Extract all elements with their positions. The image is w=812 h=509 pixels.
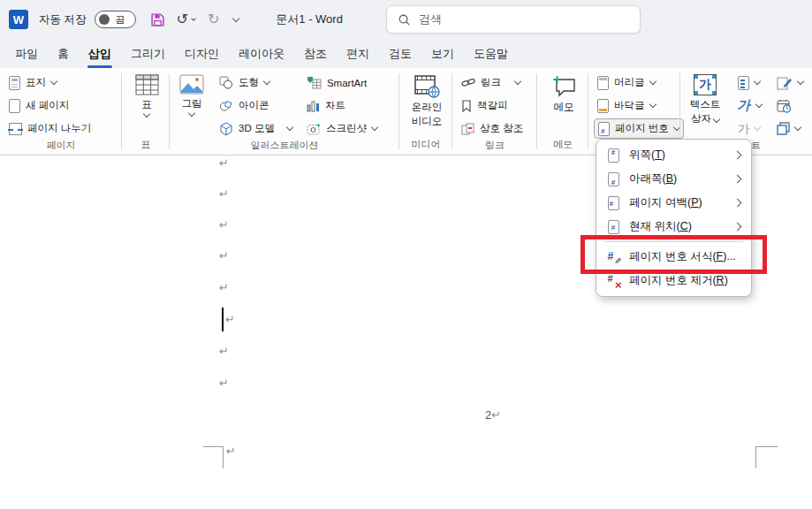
autosave-state: 끔 [115, 13, 125, 27]
group-pages: 표지 새 페이지 페이지 나누기 페이지 [0, 68, 122, 155]
chevron-down-icon [754, 78, 761, 85]
smartart-button[interactable]: SmartArt [303, 72, 381, 93]
page-number-top-icon [608, 148, 619, 163]
chevron-down-icon [286, 124, 293, 131]
title-bar: W 자동 저장 끔 ↺ ↻ 문서1 - Word 검색 [0, 0, 812, 39]
drop-cap-button[interactable]: 가 [734, 118, 765, 139]
text-box-button[interactable]: 가 텍스트 상자 [684, 72, 726, 139]
object-button[interactable] [773, 118, 807, 139]
chevron-down-icon [143, 110, 150, 118]
paragraph-mark: ↵ [219, 282, 229, 293]
tab-design[interactable]: 디자인 [175, 39, 229, 68]
page-number-button[interactable]: 페이지 번호 [594, 118, 684, 139]
undo-button[interactable]: ↺ [176, 12, 187, 27]
autosave-toggle[interactable]: 끔 [95, 11, 136, 28]
group-comments: 메모 메모 [537, 68, 588, 155]
footer-button[interactable]: 바닥글 [594, 95, 684, 116]
picture-button[interactable]: 그림 [175, 72, 209, 139]
quick-parts-button[interactable] [734, 72, 765, 93]
paragraph-mark: ↵ [219, 188, 229, 200]
link-button[interactable]: 링크 [458, 72, 527, 93]
group-label-illustrations: 일러스트레이션 [170, 139, 399, 155]
group-label-links: 링크 [452, 139, 537, 155]
table-icon [135, 74, 159, 95]
wordart-icon: 가 [736, 97, 754, 114]
tab-file[interactable]: 파일 [5, 39, 48, 68]
3d-model-icon [219, 122, 233, 136]
footer-page-number: 2↵ [485, 408, 501, 422]
menu-item-current-position[interactable]: 현재 위치(C) [596, 215, 751, 239]
page-number-margin-icon [608, 196, 619, 210]
icons-button[interactable]: 아이콘 [216, 95, 296, 116]
text-box-icon: 가 [694, 74, 717, 95]
tab-home[interactable]: 홈 [48, 39, 79, 68]
group-label-media: 미디어 [399, 138, 452, 155]
tab-draw[interactable]: 그리기 [121, 39, 175, 68]
save-icon[interactable] [150, 12, 165, 27]
group-links: 링크 책갈피 상호 참조 링크 [452, 68, 537, 155]
chevron-down-icon [672, 124, 679, 131]
search-icon [398, 13, 411, 27]
undo-chevron-icon[interactable] [191, 16, 196, 21]
blank-page-button[interactable]: 새 페이지 [5, 95, 95, 116]
quick-access-toolbar: ↺ ↻ [150, 12, 239, 27]
cover-page-button[interactable]: 표지 [5, 72, 95, 93]
blank-page-icon [9, 99, 20, 113]
paragraph-mark: ↵ [219, 157, 229, 169]
comment-icon [550, 74, 577, 98]
picture-icon [179, 74, 204, 95]
chevron-down-icon [794, 124, 801, 131]
toggle-knob [99, 14, 110, 25]
chart-button[interactable]: 차트 [303, 95, 381, 116]
page-break-button[interactable]: 페이지 나누기 [5, 118, 95, 139]
shapes-button[interactable]: 도형 [216, 72, 296, 93]
drop-cap-icon: 가 [738, 121, 749, 137]
qat-overflow-chevron-icon[interactable] [232, 14, 239, 21]
comment-button[interactable]: 메모 [546, 72, 581, 138]
signature-line-icon [777, 76, 793, 90]
table-button[interactable]: 표 [131, 72, 163, 138]
menu-item-top-of-page[interactable]: 위쪽(T) [596, 143, 751, 167]
chevron-down-icon [514, 78, 521, 85]
menu-separator [604, 241, 743, 242]
menu-item-bottom-of-page[interactable]: 아래쪽(B) [596, 167, 751, 191]
paragraph-mark: ↵ [219, 219, 229, 231]
tab-review[interactable]: 검토 [379, 39, 421, 68]
tab-mailings[interactable]: 편지 [337, 39, 379, 68]
tab-view[interactable]: 보기 [421, 39, 464, 68]
menu-item-format-page-numbers[interactable]: 페이지 번호 서식(F)... [596, 245, 751, 269]
quick-parts-icon [738, 76, 749, 90]
menu-item-remove-page-numbers[interactable]: 페이지 번호 제거(R) [596, 269, 751, 292]
paragraph-mark: ↵ [226, 445, 236, 457]
bookmark-button[interactable]: 책갈피 [458, 95, 527, 116]
submenu-arrow-icon [732, 175, 741, 184]
shapes-icon [219, 76, 233, 89]
wordart-button[interactable]: 가 [734, 95, 765, 116]
tab-insert[interactable]: 삽입 [79, 39, 121, 68]
3d-models-button[interactable]: 3D 모델 [216, 118, 296, 139]
cross-reference-button[interactable]: 상호 참조 [458, 118, 527, 139]
signature-line-button[interactable] [773, 72, 807, 93]
word-app-icon[interactable]: W [9, 10, 28, 29]
online-video-button[interactable]: 온라인 비디오 [402, 72, 452, 138]
redo-button[interactable]: ↻ [208, 12, 219, 27]
icons-icon [219, 99, 233, 112]
chevron-down-icon [755, 101, 763, 108]
screenshot-button[interactable]: 스크린샷 [303, 118, 381, 139]
header-button[interactable]: 머리글 [594, 72, 684, 93]
group-label-table: 표 [122, 138, 170, 155]
tab-references[interactable]: 참조 [294, 39, 337, 68]
remove-page-number-icon [608, 274, 619, 288]
group-media: 온라인 비디오 미디어 [399, 68, 452, 155]
tab-layout[interactable]: 레이아웃 [229, 39, 294, 68]
submenu-arrow-icon [732, 199, 741, 208]
format-page-number-icon [608, 250, 619, 264]
search-input[interactable]: 검색 [386, 5, 641, 34]
submenu-arrow-icon [732, 223, 741, 232]
paragraph-mark: ↵ [219, 346, 229, 357]
tab-help[interactable]: 도움말 [464, 39, 518, 68]
menu-item-page-margins[interactable]: 페이지 여백(P) [596, 191, 751, 215]
cover-page-icon [9, 76, 20, 90]
date-time-button[interactable] [773, 95, 807, 116]
paragraph-mark: ↵ [219, 250, 229, 262]
